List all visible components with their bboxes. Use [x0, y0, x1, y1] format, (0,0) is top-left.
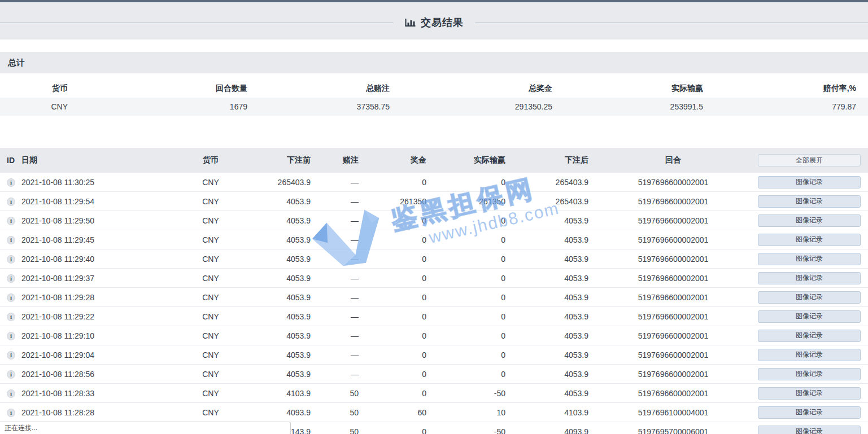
row-winloss: 10: [426, 408, 505, 417]
info-icon[interactable]: i: [7, 293, 15, 302]
row-bet: 50: [311, 427, 359, 434]
row-winloss: 0: [426, 178, 505, 187]
table-row: i2021-10-08 11:29:45CNY4053.9—004053.951…: [0, 230, 868, 249]
info-icon-cell: i: [0, 369, 21, 379]
row-currency: CNY: [191, 274, 230, 283]
col-round: 回合: [588, 155, 758, 165]
image-record-button[interactable]: 图像记录: [758, 310, 861, 323]
info-icon[interactable]: i: [7, 178, 15, 187]
image-record-button[interactable]: 图像记录: [758, 387, 861, 400]
row-winloss: 0: [426, 331, 505, 340]
row-bet: —: [311, 216, 359, 225]
image-record-button[interactable]: 图像记录: [758, 406, 861, 419]
row-prize: 0: [359, 312, 426, 321]
info-icon-cell: i: [0, 312, 21, 321]
info-icon[interactable]: i: [7, 313, 15, 321]
col-before-bet: 下注前: [230, 155, 311, 165]
row-prize: 0: [359, 216, 426, 225]
row-round: 5197696600002001: [588, 197, 758, 206]
row-currency: CNY: [191, 408, 230, 417]
row-after-bet: 4053.9: [505, 274, 588, 283]
row-button-cell: 图像记录: [758, 349, 868, 361]
row-round: 5197696600002001: [588, 293, 758, 302]
row-winloss: -50: [426, 389, 505, 398]
row-bet: —: [311, 350, 359, 360]
row-winloss: 0: [426, 235, 505, 244]
row-after-bet: 4053.9: [505, 331, 588, 340]
table-body: i2021-10-08 11:30:25CNY265403.9—00265403…: [0, 173, 868, 434]
summary-rounds-value: 1679: [68, 102, 247, 111]
info-icon[interactable]: i: [7, 217, 15, 225]
col-id: ID: [0, 156, 21, 165]
info-icon[interactable]: i: [7, 370, 15, 379]
info-icon[interactable]: i: [7, 409, 15, 417]
image-record-button[interactable]: 图像记录: [758, 176, 861, 188]
summary-col-total-bet: 总赌注: [247, 84, 390, 94]
row-prize: 0: [359, 350, 426, 360]
status-text: 正在连接...: [5, 424, 37, 432]
summary-currency-value: CNY: [0, 102, 68, 111]
row-round: 5197696600002001: [588, 370, 758, 379]
row-bet: —: [311, 370, 359, 379]
summary-col-total-prize: 总奖金: [390, 84, 552, 94]
row-date: 2021-10-08 11:29:22: [21, 312, 191, 321]
table-row: i2021-10-08 11:29:37CNY4053.9—004053.951…: [0, 269, 868, 288]
info-icon[interactable]: i: [7, 274, 15, 283]
row-date: 2021-10-08 11:29:45: [21, 235, 191, 244]
row-before-bet: 4053.9: [230, 331, 311, 340]
image-record-button[interactable]: 图像记录: [758, 272, 861, 284]
row-winloss: 0: [426, 274, 505, 283]
image-record-button[interactable]: 图像记录: [758, 253, 861, 265]
image-record-button[interactable]: 图像记录: [758, 214, 861, 227]
row-currency: CNY: [191, 389, 230, 398]
row-bet: —: [311, 197, 359, 206]
col-after-bet: 下注后: [505, 155, 588, 165]
row-button-cell: 图像记录: [758, 330, 868, 342]
row-date: 2021-10-08 11:29:10: [21, 331, 191, 340]
info-icon[interactable]: i: [7, 351, 15, 360]
image-record-button[interactable]: 图像记录: [758, 330, 861, 342]
row-after-bet: 4103.9: [505, 408, 588, 417]
row-round: 5197696600002001: [588, 216, 758, 225]
info-icon-cell: i: [0, 235, 21, 244]
summary-section-title: 总计: [8, 58, 25, 68]
row-winloss: 0: [426, 216, 505, 225]
row-before-bet: 4053.9: [230, 235, 311, 244]
info-icon[interactable]: i: [7, 198, 15, 206]
image-record-button[interactable]: 图像记录: [758, 349, 861, 361]
info-icon[interactable]: i: [7, 255, 15, 264]
row-currency: CNY: [191, 312, 230, 321]
row-winloss: -50: [426, 427, 505, 434]
row-before-bet: 4053.9: [230, 216, 311, 225]
row-before-bet: 4053.9: [230, 255, 311, 264]
info-icon-cell: i: [0, 350, 21, 360]
image-record-button[interactable]: 图像记录: [758, 234, 861, 246]
table-row: i2021-10-08 11:29:04CNY4053.9—004053.951…: [0, 345, 868, 365]
row-currency: CNY: [191, 331, 230, 340]
row-button-cell: 图像记录: [758, 310, 868, 323]
image-record-button[interactable]: 图像记录: [758, 195, 861, 208]
info-icon-cell: i: [0, 177, 21, 187]
image-record-button[interactable]: 图像记录: [758, 426, 861, 434]
row-button-cell: 图像记录: [758, 368, 868, 380]
row-currency: CNY: [191, 370, 230, 379]
row-prize: 0: [359, 293, 426, 302]
image-record-button[interactable]: 图像记录: [758, 291, 861, 304]
info-icon[interactable]: i: [7, 236, 15, 244]
row-after-bet: 265403.9: [505, 197, 588, 206]
image-record-button[interactable]: 图像记录: [758, 368, 861, 380]
col-date: 日期: [21, 155, 191, 165]
info-icon[interactable]: i: [7, 332, 15, 340]
row-prize: 0: [359, 389, 426, 398]
table-row: i2021-10-08 11:28:33CNY4103.9500-504053.…: [0, 384, 868, 403]
row-button-cell: 图像记录: [758, 234, 868, 246]
table-row: i2021-10-08 11:29:22CNY4053.9—004053.951…: [0, 307, 868, 326]
row-winloss: 0: [426, 255, 505, 264]
page-title-wrap: 交易结果: [393, 16, 475, 29]
row-before-bet: 4053.9: [230, 312, 311, 321]
row-bet: 50: [311, 408, 359, 417]
row-button-cell: 图像记录: [758, 272, 868, 284]
row-bet: —: [311, 312, 359, 321]
expand-all-button[interactable]: 全部展开: [758, 154, 861, 166]
info-icon[interactable]: i: [7, 389, 15, 398]
